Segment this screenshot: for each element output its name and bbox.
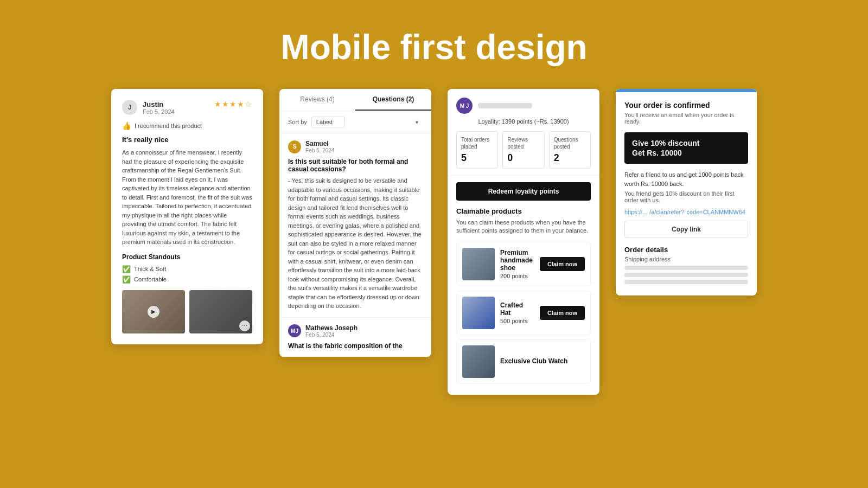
address-line-2 (624, 273, 748, 277)
product-image-hat (462, 297, 495, 329)
discount-box: Give 10% discount Get Rs. 10000 (624, 132, 748, 164)
reviewer-date: Feb 5, 2024 (143, 108, 175, 115)
stats-row: Total orders placed 5 Reviews posted 0 Q… (456, 131, 591, 169)
user-name-blur (478, 103, 532, 108)
user-row: M J (456, 98, 591, 114)
review-image-1[interactable]: ▶ (122, 290, 185, 333)
claimable-section: Claimable products You can claim these p… (448, 207, 599, 395)
discount-title: Give 10% discount (632, 139, 741, 147)
referral-link: https://... /a/clan/refer? code=CLANMMNW… (624, 209, 748, 215)
sort-label: Sort by (288, 119, 307, 125)
qa-name-2: Mathews Joseph (305, 324, 358, 332)
product-points-2: 500 points (500, 318, 534, 324)
product-card-1: Premium handmade shoe 200 points Claim n… (456, 242, 591, 286)
ref-link-part1: https://... (624, 209, 647, 215)
qa-user-2: Mathews Joseph Feb 5, 2024 (305, 324, 358, 338)
loyalty-header: M J Loyality: 1390 points (~Rs. 13900) T… (448, 89, 599, 176)
standouts-title: Product Standouts (122, 253, 252, 261)
reviewer-details: Justin Feb 5, 2024 (143, 100, 175, 115)
play-icon[interactable]: ▶ (148, 306, 159, 318)
qa-name-1: Samuel (305, 140, 334, 147)
claim-button-2[interactable]: Claim now (540, 306, 585, 320)
loyalty-card: M J Loyality: 1390 points (~Rs. 13900) T… (448, 89, 599, 395)
stat-orders-label: Total orders placed (461, 136, 493, 150)
order-confirmed-sub: You'll receive an email when your order … (624, 112, 748, 125)
check-icon-1: ✅ (122, 265, 131, 273)
discount-value: Get Rs. 10000 (632, 149, 741, 157)
avatar: J (122, 100, 137, 115)
standout-label-2: Comfortable (134, 276, 167, 282)
more-icon[interactable]: ⋯ (239, 320, 250, 331)
standout-item-2: ✅ Comfortable (122, 275, 252, 284)
product-card-2: Crafted Hat 500 points Claim now (456, 291, 591, 335)
qa-item-1: S Samuel Feb 5, 2024 Is this suit suitab… (279, 133, 431, 318)
order-confirmation-card: Your order is confirmed You'll receive a… (616, 89, 757, 296)
stat-reviews-label: Reviews posted (507, 136, 539, 150)
qa-avatar-2: MJ (288, 324, 301, 337)
stat-orders-value: 5 (461, 152, 493, 164)
review-images: ▶ ⋯ (122, 290, 252, 333)
thumbs-up-icon: 👍 (122, 121, 131, 130)
review-body: As a connoisseur of fine menswear, I rec… (122, 148, 252, 247)
card4-body: Your order is confirmed You'll receive a… (616, 92, 757, 296)
qa-header-1: S Samuel Feb 5, 2024 (288, 140, 423, 153)
qa-question-2: What is the fabric composition of the (288, 342, 423, 350)
qa-header-2: MJ Mathews Joseph Feb 5, 2024 (288, 324, 423, 338)
product-info-3: Exclusive Club Watch (500, 357, 585, 366)
review-image-2[interactable]: ⋯ (189, 290, 252, 333)
stat-questions-label: Questions posted (554, 136, 586, 150)
stat-reviews: Reviews posted 0 (502, 131, 544, 169)
qa-item-2: MJ Mathews Joseph Feb 5, 2024 What is th… (279, 318, 431, 357)
product-name-1: Premium handmade shoe (500, 249, 534, 272)
stat-orders: Total orders placed 5 (456, 131, 498, 169)
product-image-shoe (462, 248, 495, 280)
shipping-title: Shipping address (624, 256, 748, 262)
ref-link-part2: /a/clan/refer? (649, 209, 684, 215)
copy-link-button[interactable]: Copy link (624, 221, 748, 238)
qa-user-1: Samuel Feb 5, 2024 (305, 140, 334, 153)
review-card: J Justin Feb 5, 2024 ★★★★☆ 👍 I recommend… (111, 89, 263, 344)
recommend-badge: 👍 I recommend this product (122, 121, 252, 130)
product-points-1: 200 points (500, 273, 534, 279)
sort-select[interactable]: Latest Oldest (311, 117, 345, 127)
product-card-3: Exclusive Club Watch (456, 339, 591, 384)
reviewer-header: J Justin Feb 5, 2024 ★★★★☆ (122, 100, 252, 115)
stat-reviews-value: 0 (507, 152, 539, 164)
address-line-3 (624, 280, 748, 284)
qa-question-1: Is this suit suitable for both formal an… (288, 158, 423, 173)
product-image-watch (462, 345, 495, 378)
claimable-title: Claimable products (456, 207, 591, 215)
recommend-text: I recommend this product (135, 123, 202, 129)
product-name-3: Exclusive Club Watch (500, 357, 585, 365)
claim-button-1[interactable]: Claim now (540, 257, 585, 271)
page-title: Mobile first design (0, 0, 868, 89)
ref-link-part3: code=CLANMMNW64 (686, 209, 745, 215)
claimable-desc: You can claim these products when you ha… (456, 219, 591, 235)
sort-row: Sort by Latest Oldest (279, 111, 431, 133)
redeem-button[interactable]: Redeem loyality points (456, 182, 591, 201)
qa-date-2: Feb 5, 2024 (305, 332, 358, 338)
reviewer-name: Justin (143, 100, 175, 108)
order-details-title: Order details (624, 246, 748, 254)
sort-select-wrap: Latest Oldest (311, 117, 423, 127)
product-name-2: Crafted Hat (500, 301, 534, 317)
reviewer-info: J Justin Feb 5, 2024 (122, 100, 175, 115)
standout-item-1: ✅ Thick & Soft (122, 265, 252, 273)
qa-card: Reviews (4) Questions (2) Sort by Latest… (279, 89, 431, 357)
review-title: It's really nice (122, 136, 252, 144)
qa-date-1: Feb 5, 2024 (305, 147, 334, 153)
qa-avatar-1: S (288, 140, 301, 153)
user-avatar: M J (456, 98, 473, 114)
tab-reviews[interactable]: Reviews (4) (279, 89, 355, 111)
refer-text: Refer a friend to us and get 1000 points… (624, 170, 748, 188)
star-rating: ★★★★☆ (214, 100, 252, 108)
stat-questions-value: 2 (554, 152, 586, 164)
check-icon-2: ✅ (122, 275, 131, 284)
tab-questions[interactable]: Questions (2) (355, 89, 431, 111)
order-confirmed-title: Your order is confirmed (624, 101, 748, 110)
product-info-2: Crafted Hat 500 points (500, 301, 534, 324)
refer-sub: You friend gets 10% discount on their fi… (624, 190, 748, 203)
loyalty-label: Loyality: 1390 points (~Rs. 13900) (456, 118, 591, 125)
tabs-row: Reviews (4) Questions (2) (279, 89, 431, 111)
product-info-1: Premium handmade shoe 200 points (500, 249, 534, 279)
